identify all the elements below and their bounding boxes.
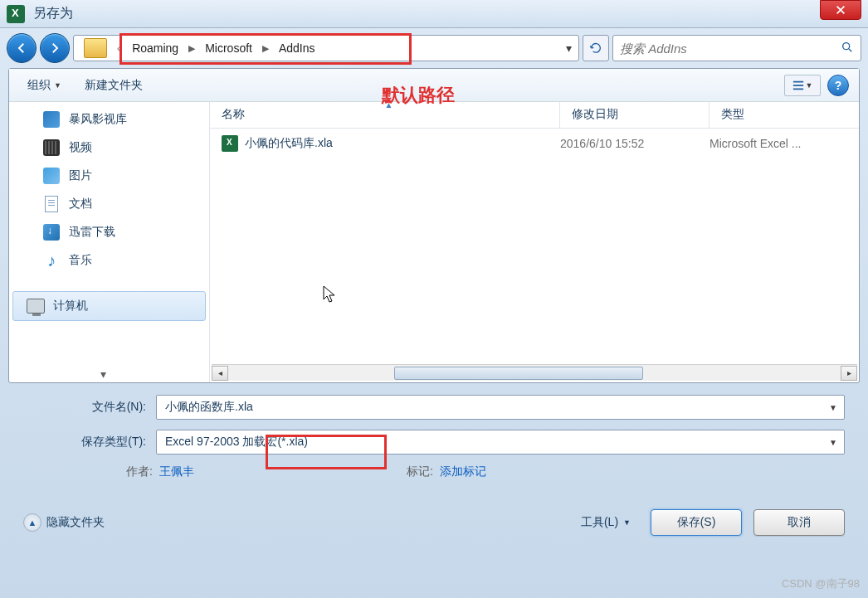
chevron-up-icon: ▲ bbox=[23, 513, 41, 532]
watermark: CSDN @南子98 bbox=[782, 576, 860, 591]
sidebar-item-music[interactable]: ♪ 音乐 bbox=[9, 246, 209, 275]
refresh-button[interactable] bbox=[583, 35, 609, 61]
navbar: « Roaming ▶ Microsoft ▶ AddIns ▾ bbox=[0, 28, 868, 68]
crumb-addins[interactable]: AddIns bbox=[276, 38, 319, 58]
save-button[interactable]: 保存(S) bbox=[651, 509, 742, 536]
cancel-button[interactable]: 取消 bbox=[753, 509, 845, 536]
scroll-down-icon[interactable]: ▾ bbox=[100, 367, 106, 381]
picture-icon bbox=[42, 167, 61, 185]
author-label: 作者: bbox=[126, 464, 153, 479]
folder-icon bbox=[84, 38, 107, 58]
sidebar-item-label: 图片 bbox=[69, 168, 92, 183]
svg-point-0 bbox=[843, 42, 850, 49]
chevron-down-icon[interactable]: ▼ bbox=[829, 403, 837, 412]
help-button[interactable]: ? bbox=[827, 75, 849, 96]
svg-rect-2 bbox=[792, 85, 802, 86]
column-name[interactable]: 名称 ▲ bbox=[210, 102, 560, 128]
crumb-roaming[interactable]: Roaming bbox=[129, 38, 182, 58]
author-value[interactable]: 王佩丰 bbox=[159, 464, 194, 479]
column-date[interactable]: 修改日期 bbox=[560, 102, 710, 128]
sidebar-item-documents[interactable]: 文档 bbox=[9, 190, 209, 218]
filename-input[interactable]: 小佩的函数库.xla ▼ bbox=[156, 395, 845, 420]
new-folder-button[interactable]: 新建文件夹 bbox=[76, 75, 151, 96]
sidebar-item-video[interactable]: 视频 bbox=[9, 134, 209, 162]
svg-rect-3 bbox=[792, 88, 802, 90]
search-input[interactable] bbox=[620, 41, 841, 56]
file-name: 小佩的代码库.xla bbox=[245, 136, 333, 151]
scroll-thumb[interactable] bbox=[394, 367, 643, 380]
music-icon: ♪ bbox=[42, 251, 61, 270]
file-list: 名称 ▲ 修改日期 类型 小佩的代码库.xla 2016/6/10 15:52 … bbox=[210, 102, 859, 382]
document-icon bbox=[42, 195, 61, 213]
file-date: 2016/6/10 15:52 bbox=[560, 137, 710, 150]
close-button[interactable] bbox=[820, 0, 861, 20]
chevron-down-icon: ▼ bbox=[54, 81, 61, 90]
sidebar-item-label: 迅雷下载 bbox=[69, 225, 115, 240]
search-box[interactable] bbox=[612, 35, 861, 61]
computer-icon bbox=[27, 297, 45, 315]
search-icon[interactable] bbox=[841, 41, 854, 56]
column-type[interactable]: 类型 bbox=[710, 102, 859, 128]
sidebar-item-label: 暴风影视库 bbox=[69, 112, 127, 127]
sidebar-item-stormvideo[interactable]: 暴风影视库 bbox=[9, 105, 209, 134]
hide-folders-toggle[interactable]: ▲ 隐藏文件夹 bbox=[23, 513, 105, 532]
new-folder-label: 新建文件夹 bbox=[85, 78, 143, 93]
xla-file-icon bbox=[222, 135, 238, 152]
back-button[interactable] bbox=[7, 33, 37, 63]
sidebar-item-computer[interactable]: 计算机 bbox=[12, 291, 206, 321]
scroll-left-button[interactable]: ◂ bbox=[212, 366, 228, 381]
file-type: Microsoft Excel ... bbox=[710, 137, 859, 150]
sidebar-item-label: 计算机 bbox=[53, 299, 88, 314]
organize-label: 组织 bbox=[27, 78, 51, 93]
chevron-down-icon: ▼ bbox=[806, 81, 813, 90]
window-title: 另存为 bbox=[33, 5, 73, 22]
svg-rect-1 bbox=[792, 80, 802, 82]
sidebar-item-label: 视频 bbox=[69, 140, 92, 155]
sidebar: 暴风影视库 视频 图片 文档 迅雷下载 bbox=[9, 102, 210, 382]
sort-asc-icon: ▲ bbox=[385, 102, 393, 109]
tag-value[interactable]: 添加标记 bbox=[440, 464, 486, 479]
view-button[interactable]: ▼ bbox=[784, 75, 821, 96]
tag-label: 标记: bbox=[407, 464, 433, 479]
video-icon bbox=[42, 139, 61, 157]
download-icon bbox=[42, 223, 61, 241]
chevron-down-icon: ▼ bbox=[623, 518, 631, 527]
organize-button[interactable]: 组织 ▼ bbox=[19, 75, 70, 96]
chevron-icon: ▶ bbox=[188, 43, 195, 54]
chevron-down-icon[interactable]: ▼ bbox=[829, 438, 837, 447]
titlebar: 另存为 bbox=[0, 0, 868, 28]
tools-button[interactable]: 工具(L) ▼ bbox=[573, 512, 639, 533]
sidebar-item-thunder[interactable]: 迅雷下载 bbox=[9, 218, 209, 246]
sidebar-item-label: 文档 bbox=[69, 197, 92, 211]
sidebar-item-pictures[interactable]: 图片 bbox=[9, 162, 209, 190]
forward-button[interactable] bbox=[40, 33, 70, 63]
filetype-label: 保存类型(T): bbox=[23, 435, 156, 450]
cursor-icon bbox=[322, 284, 339, 309]
chevron-icon: ▶ bbox=[262, 43, 269, 54]
crumb-microsoft[interactable]: Microsoft bbox=[202, 38, 256, 58]
file-row[interactable]: 小佩的代码库.xla 2016/6/10 15:52 Microsoft Exc… bbox=[210, 129, 859, 158]
horizontal-scrollbar[interactable]: ◂ ▸ bbox=[212, 364, 857, 381]
file-list-header: 名称 ▲ 修改日期 类型 bbox=[210, 102, 859, 129]
filename-label: 文件名(N): bbox=[23, 400, 156, 415]
video-lib-icon bbox=[42, 110, 61, 129]
excel-icon bbox=[7, 5, 25, 23]
scroll-right-button[interactable]: ▸ bbox=[841, 366, 857, 381]
chevron-icon: « bbox=[117, 43, 122, 53]
address-bar[interactable]: « Roaming ▶ Microsoft ▶ AddIns ▾ bbox=[73, 35, 579, 61]
address-dropdown-icon[interactable]: ▾ bbox=[566, 41, 572, 55]
toolbar: 组织 ▼ 新建文件夹 ▼ ? bbox=[9, 69, 859, 102]
filetype-select[interactable]: Excel 97-2003 加载宏(*.xla) ▼ bbox=[156, 430, 845, 455]
sidebar-item-label: 音乐 bbox=[69, 253, 92, 268]
